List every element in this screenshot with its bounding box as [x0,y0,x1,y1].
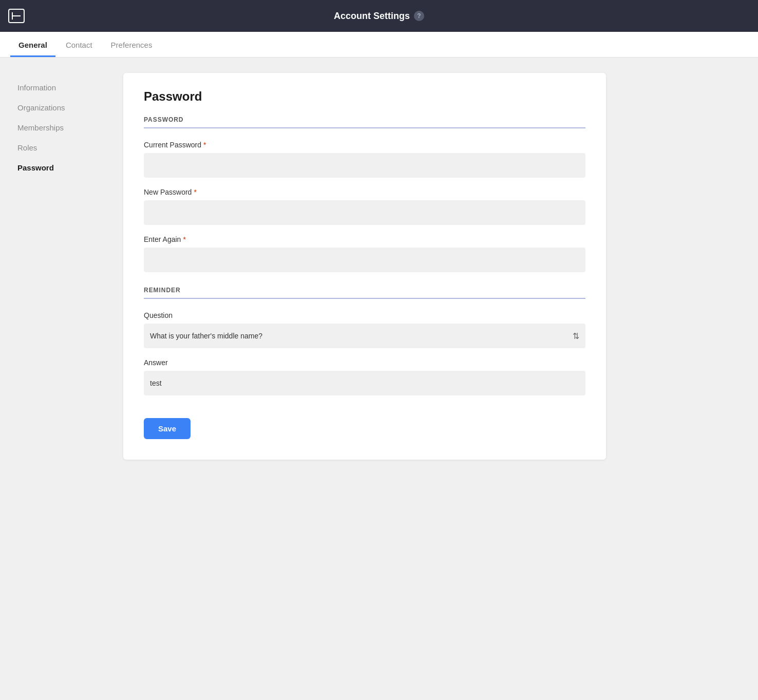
sidebar-item-password[interactable]: Password [10,158,113,177]
sidebar-toggle-button[interactable] [8,9,25,23]
new-password-label: New Password * [144,188,585,196]
sidebar-item-organizations[interactable]: Organizations [10,98,113,117]
page-title: Password [144,89,585,104]
question-label: Question [144,311,585,319]
tabs-bar: General Contact Preferences [0,32,758,58]
topbar-title: Account Settings ? [334,11,424,22]
sidebar-item-memberships[interactable]: Memberships [10,118,113,137]
password-section-header: PASSWORD [144,116,585,128]
topbar-title-text: Account Settings [334,11,410,22]
save-button[interactable]: Save [144,418,191,439]
enter-again-field-group: Enter Again * [144,235,585,272]
topbar: Account Settings ? [0,0,758,32]
sidebar-item-information[interactable]: Information [10,78,113,97]
enter-again-required-star: * [183,235,185,243]
content-area: Information Organizations Memberships Ro… [0,58,616,475]
help-icon[interactable]: ? [414,11,424,21]
answer-field-group: Answer [144,358,585,395]
question-field-group: Question What is your father's middle na… [144,311,585,348]
reminder-section-header: REMINDER [144,287,585,299]
answer-label: Answer [144,358,585,367]
enter-again-label: Enter Again * [144,235,585,243]
current-password-label: Current Password * [144,141,585,149]
answer-input[interactable] [144,371,585,395]
current-password-field-group: Current Password * [144,141,585,178]
new-password-field-group: New Password * [144,188,585,225]
sidebar-item-roles[interactable]: Roles [10,138,113,157]
main-card: Password PASSWORD Current Password * New… [123,73,606,460]
current-password-required-star: * [203,141,206,149]
question-select[interactable]: What is your father's middle name? What … [144,324,585,348]
question-select-wrapper: What is your father's middle name? What … [144,324,585,348]
current-password-input[interactable] [144,153,585,178]
sidebar: Information Organizations Memberships Ro… [10,73,113,460]
new-password-required-star: * [194,188,196,196]
tab-preferences[interactable]: Preferences [103,33,161,57]
tab-contact[interactable]: Contact [58,33,101,57]
tab-general[interactable]: General [10,33,55,57]
new-password-input[interactable] [144,200,585,225]
enter-again-input[interactable] [144,248,585,272]
